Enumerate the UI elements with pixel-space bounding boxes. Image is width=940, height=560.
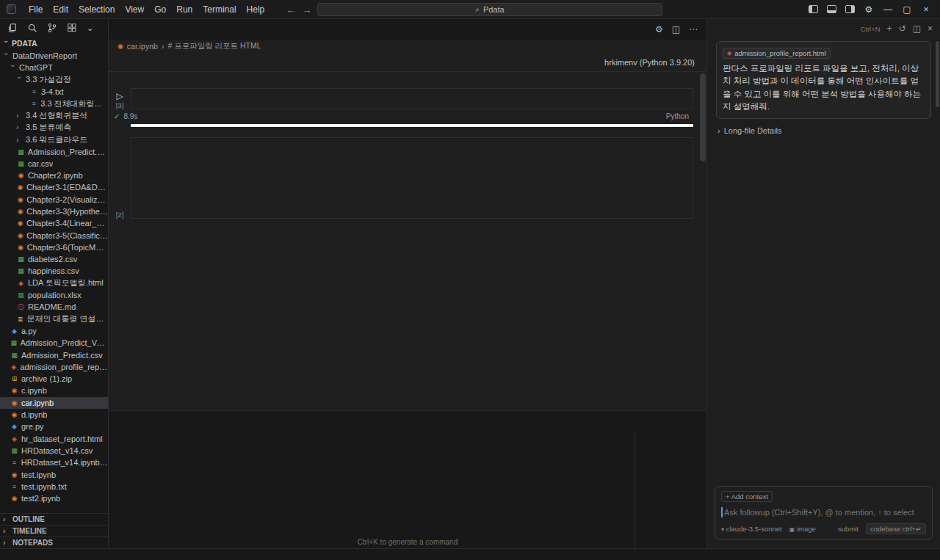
minimize-button[interactable]: — <box>883 4 893 15</box>
sidebar-section-notepads[interactable]: ›NOTEPADS <box>0 537 108 548</box>
chevron-down-icon[interactable]: ⌄ <box>87 23 93 33</box>
chat-input-placeholder[interactable]: Ask followup (Ctrl+Shift+Y), @ to mentio… <box>724 508 914 517</box>
tree-item[interactable]: ◉Chapter3-1(EDA&Descrip... <box>0 181 108 193</box>
html-file-icon: ◈ <box>17 280 25 287</box>
terminal-output[interactable] <box>109 430 634 548</box>
tree-item-label: d.ipynb <box>21 410 47 419</box>
back-icon[interactable]: ← <box>285 4 297 15</box>
history-icon[interactable]: ↺ <box>899 23 906 34</box>
search-icon[interactable] <box>27 23 37 33</box>
long-file-details[interactable]: › Long-file Details <box>717 126 930 135</box>
kernel-picker[interactable]: hrkimenv (Python 3.9.20) <box>601 58 706 67</box>
tree-item[interactable]: ⓘREADME.md <box>0 301 108 313</box>
tree-item[interactable]: ◉Chapter2.ipynb <box>0 170 108 181</box>
explorer-root[interactable]: › PDATA <box>0 37 108 50</box>
forward-icon[interactable]: → <box>301 4 313 15</box>
tree-item[interactable]: ◉Chapter3-3(Hypothesis_t... <box>0 206 108 217</box>
menu-edit[interactable]: Edit <box>48 4 73 15</box>
tree-folder[interactable]: ›3.6 워드클라우드 <box>0 134 108 145</box>
open-in-editor-icon[interactable]: ◫ <box>913 23 921 34</box>
tree-folder[interactable]: ›ChatGPT <box>0 62 108 73</box>
context-file-chip[interactable]: ◈ admission_profile_report.html <box>723 48 831 59</box>
tree-item[interactable]: ▦population.xlsx <box>0 289 108 301</box>
toggle-panel-icon[interactable] <box>827 5 836 13</box>
tree-item[interactable]: ◉car.ipynb <box>0 397 108 409</box>
notebook-settings-gear-icon[interactable]: ⚙ <box>655 24 663 34</box>
run-cell-icon[interactable]: ▷ <box>116 91 123 101</box>
toggle-sidebar-icon[interactable] <box>809 5 818 13</box>
tree-item[interactable]: ≡HRDataset_v14.ipynb.txt <box>0 457 108 468</box>
source-control-icon[interactable] <box>47 23 57 33</box>
tree-item[interactable]: ⊞archive (1).zip <box>0 373 108 385</box>
tree-item[interactable]: ▦Admission_Predict.csv <box>0 145 108 157</box>
tree-item[interactable]: ◈admission_profile_report.h... <box>0 361 108 373</box>
tree-item[interactable]: ≡3-4.txt <box>0 86 108 98</box>
tree-item[interactable]: ◆a.py <box>0 325 108 337</box>
menu-run[interactable]: Run <box>171 4 198 15</box>
menu-help[interactable]: Help <box>242 4 270 15</box>
tree-item[interactable]: ◈LDA 토픽모델링.html <box>0 277 108 289</box>
more-actions-icon[interactable]: ⋯ <box>689 24 698 34</box>
command-search[interactable]: ⌕ Pdata <box>317 3 662 16</box>
attach-image-button[interactable]: ▣ image <box>789 525 816 533</box>
tree-item[interactable]: ▦happiness.csv <box>0 265 108 277</box>
menu-view[interactable]: View <box>120 4 149 15</box>
tree-item[interactable]: ▦car.csv <box>0 158 108 170</box>
add-context-button[interactable]: + Add context <box>721 491 773 502</box>
tree-item[interactable]: ◉test2.ipynb <box>0 492 108 504</box>
sidebar-section-outline[interactable]: ›OUTLINE <box>0 513 108 525</box>
submit-button[interactable]: submit <box>838 525 858 533</box>
toggle-secondary-sidebar-icon[interactable] <box>845 5 855 13</box>
chevron-right-icon: › <box>717 126 720 135</box>
close-button[interactable]: × <box>921 4 931 15</box>
tree-item[interactable]: ◈hr_dataset_report.html <box>0 433 108 445</box>
tree-folder[interactable]: ›3.4 선형회귀분석 <box>0 109 108 121</box>
breadcrumb-file[interactable]: car.ipynb <box>127 42 158 51</box>
tree-item[interactable]: ▦Admission_Predict.csv <box>0 349 108 360</box>
tree-item[interactable]: ◉Chapter3-6(TopicModeli... <box>0 241 108 253</box>
tree-item[interactable]: ◉Chapter3-4(Linear_Regre... <box>0 217 108 229</box>
tree-item-label: Chapter3-1(EDA&Descrip... <box>26 183 108 192</box>
tree-item[interactable]: ▦diabetes2.csv <box>0 253 108 265</box>
tree-item[interactable]: ≡3.3 전체대화링크.txt <box>0 98 108 109</box>
tree-folder[interactable]: ›DataDrivenReport <box>0 50 108 62</box>
tree-item[interactable]: ◉d.ipynb <box>0 409 108 421</box>
chevron-right-icon: › <box>16 136 23 144</box>
tree-folder[interactable]: ›3.5 분류예측 <box>0 122 108 134</box>
chat-input-box[interactable]: + Add context Ask followup (Ctrl+Shift+Y… <box>715 486 933 539</box>
split-editor-icon[interactable]: ◫ <box>672 24 680 34</box>
breadcrumb-section[interactable]: # 프로파일링 리포트 HTML <box>167 41 261 51</box>
tree-item[interactable]: ▦HRDataset_v14.csv <box>0 445 108 457</box>
codebase-button[interactable]: codebase ctrl+↵ <box>866 523 926 534</box>
tree-folder[interactable]: ›3.3 가설검정 <box>0 74 108 86</box>
tree-item[interactable]: ◉test.ipynb <box>0 468 108 480</box>
tree-item[interactable]: ◉Chapter3-2(Visualization)... <box>0 194 108 206</box>
new-chat-icon[interactable]: + <box>887 23 892 34</box>
tree-item[interactable]: ◆gre.py <box>0 421 108 432</box>
cell-language[interactable]: Python <box>666 112 699 120</box>
code-cell-1[interactable]: ▷ [3] <box>109 88 699 109</box>
chat-scrollbar[interactable] <box>936 41 939 107</box>
tree-item[interactable]: ≣문재인 대통령 연설문 선... <box>0 313 108 325</box>
menu-terminal[interactable]: Terminal <box>198 4 241 15</box>
settings-gear-icon[interactable]: ⚙ <box>864 4 874 15</box>
sidebar-section-timeline[interactable]: ›TIMELINE <box>0 525 108 537</box>
close-chat-icon[interactable]: × <box>928 23 933 34</box>
cell-1-code[interactable] <box>131 88 693 109</box>
maximize-button[interactable]: ▢ <box>902 4 912 15</box>
breadcrumb[interactable]: ◉ car.ipynb › # 프로파일링 리포트 HTML <box>109 40 706 53</box>
model-picker[interactable]: ▾ claude-3.5-sonnet <box>721 525 782 533</box>
tree-item[interactable]: ≡test.ipynb.txt <box>0 481 108 492</box>
extensions-icon[interactable] <box>67 23 77 33</box>
tree-item[interactable]: ◉c.ipynb <box>0 385 108 396</box>
menu-selection[interactable]: Selection <box>73 4 120 15</box>
code-cell-2[interactable]: [2] <box>109 137 699 219</box>
menu-file[interactable]: File <box>24 4 48 15</box>
tree-item[interactable]: ◉Chapter3-5(Classification... <box>0 229 108 241</box>
tree-item[interactable]: ▦Admission_Predict_Ver1.1... <box>0 337 108 349</box>
cell-2-code[interactable] <box>131 137 693 219</box>
explorer-icon[interactable] <box>7 23 18 33</box>
app-logo-icon[interactable] <box>7 4 16 14</box>
menu-go[interactable]: Go <box>149 4 171 15</box>
notebook-scrollbar[interactable] <box>700 73 706 161</box>
